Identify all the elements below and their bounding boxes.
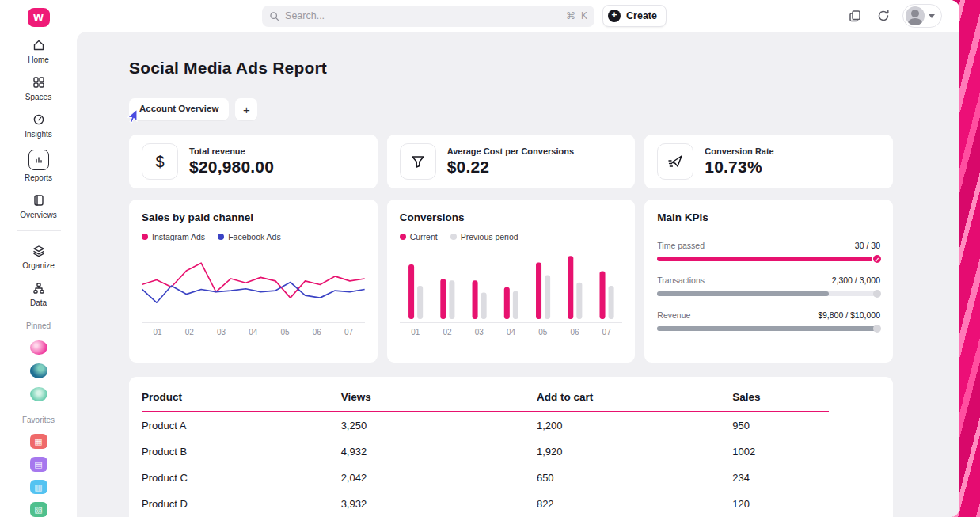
kpi-label: Conversion Rate (705, 146, 773, 156)
favorite-item-2[interactable]: ▤ (30, 457, 47, 472)
clipboard-button[interactable] (844, 5, 866, 27)
progress-track (657, 291, 880, 296)
sidebar-item-insights[interactable]: Insights (0, 112, 77, 139)
legend-item: Previous period (450, 232, 518, 241)
conversions-legend: Current Previous period (400, 232, 623, 241)
table-row: Product C 2,042 650 234 (142, 465, 829, 491)
sidebar: w Home Spaces Insights Reports (0, 0, 77, 517)
progress-end-dot (873, 325, 881, 333)
sidebar-item-spaces[interactable]: Spaces (0, 75, 77, 101)
pinned-section-label: Pinned (26, 321, 51, 330)
paper-plane-icon (657, 143, 693, 180)
account-menu[interactable] (902, 4, 942, 28)
kpi-card-conversion-rate: Conversion Rate 10.73% (644, 135, 893, 188)
kpi-value: $20,980.00 (189, 158, 274, 177)
sidebar-item-label: Data (30, 298, 47, 307)
legend-item: Instagram Ads (142, 232, 205, 241)
products-table-card: Product Views Add to cart Sales Product … (129, 377, 893, 517)
table-row: Product B 4,932 1,920 1002 (142, 439, 829, 465)
cell-sales: 950 (732, 412, 829, 439)
chart-title: Conversions (400, 211, 623, 223)
sales-line-chart (142, 253, 365, 319)
main-kpis-card: Main KPIs Time passed 30 / 30 ✓ (644, 200, 893, 363)
pinned-item-1[interactable] (30, 340, 47, 355)
progress-track (657, 326, 880, 331)
column-header-product: Product (142, 380, 341, 412)
legend-label: Instagram Ads (152, 232, 205, 241)
progress-value: 30 / 30 (855, 241, 880, 250)
legend-item: Facebook Ads (218, 232, 281, 241)
sidebar-item-overviews[interactable]: Overviews (0, 193, 77, 219)
table-header-row: Product Views Add to cart Sales (142, 380, 829, 412)
legend-dot-current (400, 234, 406, 240)
cell-sales: 120 (732, 491, 829, 517)
chart-title: Sales by paid channel (142, 211, 365, 223)
sidebar-item-label: Home (28, 55, 49, 64)
topbar: ⌘ K + Create (77, 0, 959, 32)
search-icon (269, 11, 279, 21)
dollar-icon: $ (142, 143, 178, 180)
progress-track: ✓ (657, 257, 880, 261)
x-axis-labels: 01020304050607 (142, 322, 365, 336)
cell-sales: 234 (732, 465, 829, 491)
table-row: Product A 3,250 1,200 950 (142, 412, 829, 439)
reports-icon (28, 150, 49, 170)
kpi-label: Average Cost per Conversions (447, 146, 574, 156)
sales-chart-card: Sales by paid channel Instagram Ads Face… (129, 200, 378, 363)
kpi-card-avg-cost: Average Cost per Conversions $0.22 (387, 135, 636, 188)
sidebar-item-label: Spaces (25, 93, 51, 101)
kpi-value: 10.73% (705, 158, 773, 177)
search-input[interactable] (285, 10, 560, 21)
page-title: Social Media Ads Report (129, 59, 893, 78)
sidebar-item-label: Reports (25, 173, 52, 182)
sidebar-item-label: Organize (22, 261, 55, 270)
favorite-item-4[interactable]: ▧ (30, 502, 47, 517)
funnel-icon (400, 143, 436, 180)
cell-add-to-cart: 1,200 (537, 412, 732, 439)
kbd-cmd: ⌘ (566, 10, 575, 21)
conversions-chart-card: Conversions Current Previous period 0102… (387, 200, 636, 363)
legend-dot-facebook (218, 234, 224, 240)
favorite-item-1[interactable]: ▦ (30, 434, 47, 449)
progress-fill (657, 257, 880, 261)
kpi-card-total-revenue: $ Total revenue $20,980.00 (129, 135, 378, 188)
cell-views: 2,042 (341, 465, 537, 491)
legend-dot-instagram (142, 234, 148, 240)
chart-title: Main KPIs (657, 211, 880, 223)
cell-add-to-cart: 822 (537, 491, 732, 517)
progress-row-revenue: Revenue $9,800 / $10,000 (657, 310, 880, 331)
pinned-item-3[interactable] (30, 387, 47, 402)
screen: w Home Spaces Insights Reports (0, 0, 980, 517)
progress-label: Revenue (657, 310, 690, 320)
create-button[interactable]: + Create (602, 5, 667, 27)
legend-item: Current (400, 232, 438, 241)
sales-legend: Instagram Ads Facebook Ads (142, 232, 365, 241)
progress-value: 2,300 / 3,000 (832, 276, 880, 285)
legend-label: Facebook Ads (228, 232, 281, 241)
cell-product: Product A (142, 412, 341, 439)
tab-account-overview[interactable]: Account Overview (129, 98, 229, 120)
cell-product: Product C (142, 465, 341, 491)
pinned-item-2[interactable] (30, 363, 47, 378)
history-button[interactable] (872, 5, 895, 27)
progress-label: Time passed (657, 241, 705, 250)
avatar (906, 6, 925, 25)
products-table: Product Views Add to cart Sales Product … (142, 380, 829, 517)
app-logo[interactable]: w (28, 8, 50, 27)
progress-value: $9,800 / $10,000 (818, 310, 880, 320)
sidebar-item-data[interactable]: Data (0, 281, 77, 307)
sidebar-item-reports[interactable]: Reports (0, 150, 77, 182)
sidebar-item-home[interactable]: Home (0, 38, 77, 64)
sidebar-item-organize[interactable]: Organize (0, 244, 77, 270)
cell-views: 4,932 (341, 439, 537, 465)
column-header-sales: Sales (732, 380, 829, 412)
kpi-value: $0.22 (447, 158, 574, 177)
table-row: Product D 3,932 822 120 (142, 491, 829, 517)
cell-product: Product B (142, 439, 341, 465)
add-tab-button[interactable]: + (235, 98, 257, 120)
favorite-item-3[interactable]: ▥ (30, 480, 47, 495)
search-box[interactable]: ⌘ K (262, 6, 594, 27)
clipboard-icon (849, 10, 861, 22)
plus-icon: + (608, 10, 621, 22)
progress-fill (657, 326, 876, 331)
